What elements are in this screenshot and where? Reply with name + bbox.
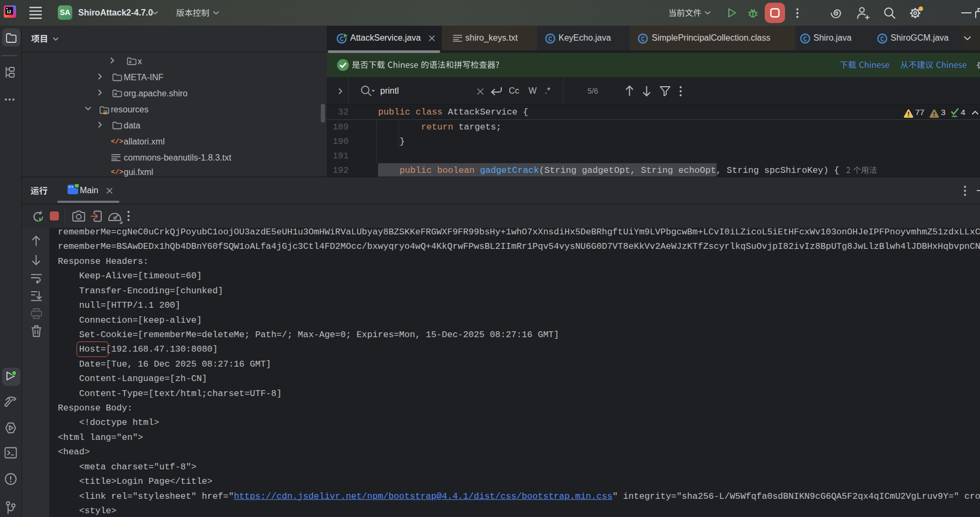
svg-text:C: C <box>803 36 807 43</box>
svg-text:IJ: IJ <box>7 9 11 14</box>
svg-text:C: C <box>880 36 884 43</box>
svg-text:C: C <box>641 36 645 43</box>
svg-text:C: C <box>340 36 344 43</box>
svg-text:C: C <box>548 36 552 43</box>
